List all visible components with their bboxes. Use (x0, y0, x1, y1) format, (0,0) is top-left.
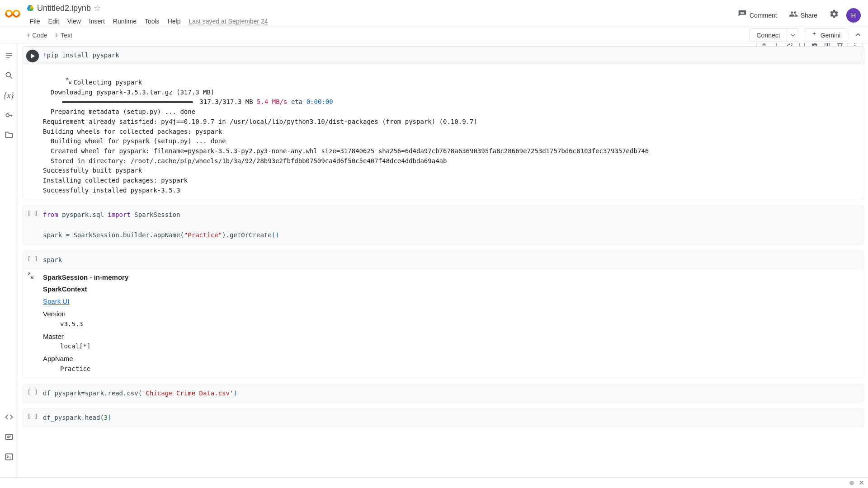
execution-count: [ ] (27, 388, 38, 397)
spark-context-title: SparkContext (43, 284, 859, 295)
add-text-cell-button[interactable]: + Text (51, 29, 76, 41)
menu-view[interactable]: View (64, 16, 85, 27)
out-line: Building wheels for collected packages: … (43, 128, 222, 135)
settings-gear-button[interactable] (825, 6, 844, 24)
avatar[interactable]: H (846, 8, 861, 23)
spark-session-title: SparkSession - in-memory (43, 272, 859, 283)
people-icon (789, 9, 798, 21)
code-cell[interactable]: [ ]spark SparkSession - in-memory SparkC… (23, 251, 864, 378)
menu-bar: File Edit View Insert Runtime Tools Help… (26, 14, 733, 28)
close-panel-icon[interactable]: ✕ (859, 479, 864, 487)
eta-value: 0:00:00 (307, 98, 333, 105)
comment-label: Comment (750, 12, 777, 19)
menu-help[interactable]: Help (164, 16, 184, 27)
status-dot-icon (849, 481, 854, 485)
toc-icon[interactable] (4, 51, 14, 61)
spark-version-value: v3.5.3 (60, 319, 859, 329)
colab-logo[interactable] (4, 5, 22, 23)
connect-dropdown-arrow[interactable] (787, 29, 799, 42)
code-cell[interactable]: !pip install pyspark Collecting pyspark … (23, 46, 864, 199)
code-editor[interactable]: !pip install pyspark (23, 46, 864, 64)
files-icon[interactable] (4, 130, 14, 140)
spark-master-value: local[*] (60, 342, 859, 351)
svg-point-2 (6, 72, 10, 77)
notebook-content[interactable]: !pip install pyspark Collecting pyspark … (18, 43, 868, 477)
output-toggle-icon[interactable] (27, 67, 73, 98)
spark-ui-link[interactable]: Spark UI (43, 297, 69, 305)
add-text-label: Text (61, 32, 72, 39)
file-name[interactable]: Untitled2.ipynb (37, 4, 91, 13)
comment-icon (738, 9, 747, 21)
left-rail: {x} (0, 43, 18, 477)
connect-button[interactable]: Connect (750, 32, 786, 39)
out-line: Successfully built pyspark (43, 167, 142, 174)
out-line: Successfully installed pyspark-3.5.3 (43, 187, 180, 194)
code-cell[interactable]: [ ]df_pyspark.head(3) (23, 408, 864, 427)
run-cell-button[interactable] (26, 50, 39, 62)
output-toggle-icon[interactable] (27, 272, 35, 282)
menu-insert[interactable]: Insert (85, 16, 108, 27)
progress-text: 317.3/317.3 MB (200, 98, 253, 105)
add-code-label: Code (32, 32, 47, 39)
execution-count: [ ] (27, 209, 38, 219)
share-button[interactable]: Share (784, 7, 822, 23)
secrets-icon[interactable] (4, 110, 14, 120)
comment-button[interactable]: Comment (733, 7, 782, 23)
out-line: Building wheel for pyspark (setup.py) ..… (43, 137, 226, 145)
svg-rect-5 (5, 454, 12, 460)
cell-output: Collecting pyspark Downloading pyspark-3… (23, 64, 864, 199)
out-line: Requirement already satisfied: py4j==0.1… (43, 118, 477, 125)
command-palette-icon[interactable] (4, 432, 14, 442)
search-icon[interactable] (4, 70, 14, 80)
menu-runtime[interactable]: Runtime (109, 16, 140, 27)
out-line: Stored in directory: /root/.cache/pip/wh… (43, 157, 447, 164)
avatar-initial: H (851, 11, 856, 19)
app-header: Untitled2.ipynb ☆ File Edit View Insert … (0, 0, 868, 27)
menu-edit[interactable]: Edit (45, 16, 63, 27)
code-editor[interactable]: [ ]from pyspark.sql import SparkSession … (23, 206, 864, 244)
notebook-toolbar: + Code + Text Connect Gemini (0, 27, 868, 43)
menu-tools[interactable]: Tools (141, 16, 163, 27)
execution-count: [ ] (27, 412, 38, 422)
variables-icon[interactable]: {x} (4, 90, 14, 100)
share-label: Share (801, 12, 817, 19)
progress-bar (62, 101, 193, 103)
out-line: Created wheel for pyspark: filename=pysp… (43, 147, 649, 155)
eta-label: eta (291, 98, 302, 105)
code-snippets-icon[interactable] (4, 412, 14, 422)
play-icon (31, 54, 35, 58)
plus-icon: + (55, 31, 59, 39)
out-line: Preparing metadata (setup.py) ... done (43, 108, 195, 115)
svg-rect-4 (5, 434, 12, 440)
gemini-label: Gemini (821, 32, 840, 39)
out-line: Collecting pyspark (73, 79, 142, 86)
gemini-button[interactable]: Gemini (804, 28, 847, 42)
add-code-cell-button[interactable]: + Code (23, 29, 51, 41)
last-saved-label: Last saved at September 24 (189, 18, 268, 25)
code-cell[interactable]: [ ]from pyspark.sql import SparkSession … (23, 206, 864, 244)
code-editor[interactable]: [ ]df_pyspark=spark.read.csv('Chicage Cr… (23, 384, 864, 402)
progress-rate: 5.4 MB/s (257, 98, 287, 105)
spark-appname-label: AppName (43, 354, 859, 364)
svg-point-8 (854, 43, 855, 44)
terminal-icon[interactable] (4, 452, 14, 462)
star-icon[interactable]: ☆ (94, 3, 101, 13)
menu-file[interactable]: File (26, 16, 44, 27)
collapse-toolbar-button[interactable] (852, 30, 864, 41)
spark-master-label: Master (43, 332, 859, 342)
execution-count: [ ] (27, 254, 38, 264)
sparkle-icon (811, 31, 818, 39)
code-cell[interactable]: [ ]df_pyspark=spark.read.csv('Chicage Cr… (23, 384, 864, 402)
spark-appname-value: Practice (60, 364, 859, 374)
svg-point-3 (6, 114, 9, 117)
code-editor[interactable]: [ ]df_pyspark.head(3) (23, 408, 864, 427)
code-editor[interactable]: [ ]spark (23, 251, 864, 269)
out-line: Installing collected packages: pyspark (43, 177, 188, 184)
spark-version-label: Version (43, 309, 859, 319)
plus-icon: + (26, 31, 30, 39)
gear-icon (829, 9, 839, 21)
connect-group: Connect (750, 28, 799, 42)
drive-icon (26, 4, 34, 12)
status-bar: ✕ (0, 477, 868, 488)
cell-output: SparkSession - in-memory SparkContext Sp… (23, 269, 864, 378)
